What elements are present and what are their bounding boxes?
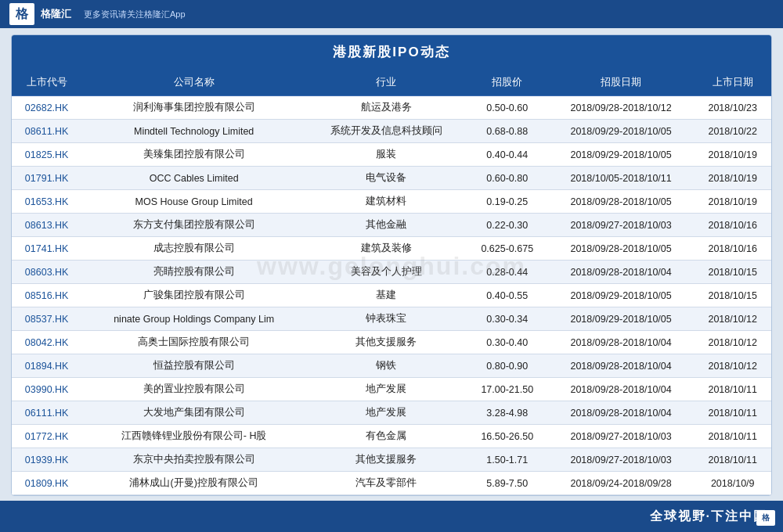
cell-r3-c3: 0.60-0.80 [467,167,548,190]
cell-r3-c4: 2018/10/05-2018/10/11 [548,167,695,190]
cell-r12-c3: 17.00-21.50 [467,378,548,401]
table-row: 01791.HKOCC Cables Limited电气设备0.60-0.802… [12,167,771,190]
col-price: 招股价 [467,69,548,96]
cell-r16-c5: 2018/10/9 [694,472,771,495]
cell-r9-c1: ninate Group Holdings Company Lim [81,307,306,331]
table-row: 08613.HK东方支付集团控股有限公司其他金融0.22-0.302018/09… [12,214,771,237]
cell-r10-c2: 其他支援服务 [306,331,467,354]
cell-r2-c5: 2018/10/19 [694,143,771,167]
cell-r10-c5: 2018/10/12 [694,331,771,354]
cell-r11-c4: 2018/09/28-2018/10/04 [548,354,695,378]
table-row: 06111.HK大发地产集团有限公司地产发展3.28-4.982018/09/2… [12,401,771,425]
brand-name: 格隆汇 [41,7,71,21]
cell-r15-c2: 其他支援服务 [306,448,467,472]
header-slogan: 更多资讯请关注格隆汇App [84,9,186,20]
cell-r15-c3: 1.50-1.71 [467,448,548,472]
cell-r8-c0: 08516.HK [12,284,81,307]
cell-r16-c2: 汽车及零部件 [306,472,467,495]
cell-r15-c4: 2018/09/27-2018/10/03 [548,448,695,472]
cell-r13-c4: 2018/09/28-2018/10/04 [548,401,695,425]
cell-r8-c4: 2018/09/29-2018/10/05 [548,284,695,307]
cell-r16-c3: 5.89-7.50 [467,472,548,495]
cell-r3-c0: 01791.HK [12,167,81,190]
cell-r11-c1: 恒益控股有限公司 [81,354,306,378]
cell-r13-c2: 地产发展 [306,401,467,425]
table-row: 08042.HK高奥士国际控股有限公司其他支援服务0.30-0.402018/0… [12,331,771,354]
cell-r6-c0: 01741.HK [12,237,81,261]
cell-r14-c2: 有色金属 [306,425,467,448]
cell-r9-c2: 钟表珠宝 [306,307,467,331]
cell-r2-c2: 服装 [306,143,467,167]
cell-r15-c5: 2018/10/11 [694,448,771,472]
cell-r8-c2: 基建 [306,284,467,307]
cell-r4-c0: 01653.HK [12,190,81,214]
cell-r1-c4: 2018/09/29-2018/10/05 [548,120,695,143]
footer: 全球视野·下注中国 格 [0,501,783,532]
cell-r6-c2: 建筑及装修 [306,237,467,261]
cell-r0-c0: 02682.HK [12,96,81,120]
cell-r14-c4: 2018/09/27-2018/10/03 [548,425,695,448]
cell-r0-c5: 2018/10/23 [694,96,771,120]
top-bar: 格 格隆汇 更多资讯请关注格隆汇App [0,0,783,28]
cell-r1-c2: 系统开发及信息科技顾问 [306,120,467,143]
cell-r13-c3: 3.28-4.98 [467,401,548,425]
cell-r10-c0: 08042.HK [12,331,81,354]
cell-r9-c3: 0.30-0.34 [467,307,548,331]
cell-r4-c3: 0.19-0.25 [467,190,548,214]
cell-r3-c5: 2018/10/19 [694,167,771,190]
cell-r5-c3: 0.22-0.30 [467,214,548,237]
table-row: 08516.HK广骏集团控股有限公司基建0.40-0.552018/09/29-… [12,284,771,307]
cell-r2-c0: 01825.HK [12,143,81,167]
footer-logo-icon: 格 [756,510,775,526]
col-offer-period: 招股日期 [548,69,695,96]
cell-r15-c0: 01939.HK [12,448,81,472]
cell-r11-c0: 01894.HK [12,354,81,378]
cell-r6-c4: 2018/09/28-2018/10/05 [548,237,695,261]
cell-r6-c1: 成志控股有限公司 [81,237,306,261]
table-row: 02682.HK润利海事集团控股有限公司航运及港务0.50-0.602018/0… [12,96,771,120]
table-row: 08611.HKMindtell Technology Limited系统开发及… [12,120,771,143]
cell-r7-c4: 2018/09/28-2018/10/04 [548,261,695,284]
cell-r1-c5: 2018/10/22 [694,120,771,143]
table-header-row: 上市代号 公司名称 行业 招股价 招股日期 上市日期 [12,69,771,96]
table-wrapper: 港股新股IPO动态 上市代号 公司名称 行业 招股价 招股日期 上市日期 026… [11,34,772,496]
cell-r7-c5: 2018/10/15 [694,261,771,284]
table-row: 08603.HK亮睛控股有限公司美容及个人护理0.28-0.442018/09/… [12,261,771,284]
cell-r5-c4: 2018/09/27-2018/10/03 [548,214,695,237]
table-row: 01772.HK江西赣锋锂业股份有限公司- H股有色金属16.50-26.502… [12,425,771,448]
cell-r6-c5: 2018/10/16 [694,237,771,261]
cell-r14-c5: 2018/10/11 [694,425,771,448]
cell-r14-c0: 01772.HK [12,425,81,448]
ipo-table: 上市代号 公司名称 行业 招股价 招股日期 上市日期 02682.HK润利海事集… [12,69,771,495]
cell-r14-c1: 江西赣锋锂业股份有限公司- H股 [81,425,306,448]
cell-r3-c1: OCC Cables Limited [81,167,306,190]
table-row: 08537.HKninate Group Holdings Company Li… [12,307,771,331]
main-container: 格 格隆汇 更多资讯请关注格隆汇App www.gelonghui.com 港股… [0,0,783,532]
table-row: 01809.HK浦林成山(开曼)控股有限公司汽车及零部件5.89-7.50201… [12,472,771,495]
cell-r0-c2: 航运及港务 [306,96,467,120]
col-code: 上市代号 [12,69,81,96]
col-name: 公司名称 [81,69,306,96]
cell-r1-c3: 0.68-0.88 [467,120,548,143]
table-row: 01741.HK成志控股有限公司建筑及装修0.625-0.6752018/09/… [12,237,771,261]
main-content: 港股新股IPO动态 上市代号 公司名称 行业 招股价 招股日期 上市日期 026… [0,28,783,501]
cell-r9-c5: 2018/10/12 [694,307,771,331]
cell-r3-c2: 电气设备 [306,167,467,190]
cell-r4-c2: 建筑材料 [306,190,467,214]
cell-r7-c1: 亮睛控股有限公司 [81,261,306,284]
cell-r0-c1: 润利海事集团控股有限公司 [81,96,306,120]
cell-r5-c0: 08613.HK [12,214,81,237]
table-row: 03990.HK美的置业控股有限公司地产发展17.00-21.502018/09… [12,378,771,401]
cell-r13-c0: 06111.HK [12,401,81,425]
table-row: 01825.HK美臻集团控股有限公司服装0.40-0.442018/09/29-… [12,143,771,167]
cell-r9-c4: 2018/09/29-2018/10/05 [548,307,695,331]
cell-r14-c3: 16.50-26.50 [467,425,548,448]
cell-r2-c1: 美臻集团控股有限公司 [81,143,306,167]
cell-r10-c1: 高奥士国际控股有限公司 [81,331,306,354]
table-title: 港股新股IPO动态 [12,35,771,69]
table-row: 01939.HK东京中央拍卖控股有限公司其他支援服务1.50-1.712018/… [12,448,771,472]
cell-r7-c2: 美容及个人护理 [306,261,467,284]
cell-r12-c5: 2018/10/11 [694,378,771,401]
cell-r12-c1: 美的置业控股有限公司 [81,378,306,401]
logo-box: 格 [9,3,34,25]
